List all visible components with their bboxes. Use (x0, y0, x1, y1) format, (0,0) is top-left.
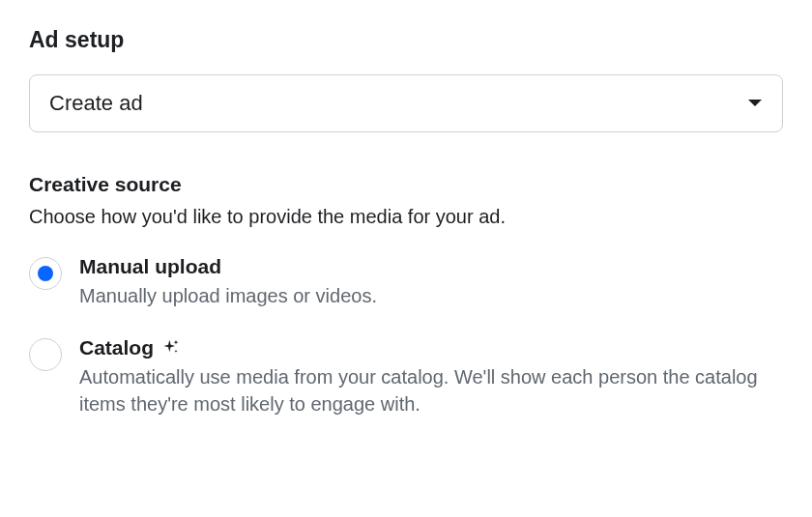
radio-content: Catalog Automatically use media from you… (79, 336, 783, 417)
radio-indicator (29, 257, 62, 290)
creative-source-description: Choose how you'd like to provide the med… (29, 206, 783, 228)
ad-setup-title: Ad setup (29, 27, 783, 53)
radio-option-catalog[interactable]: Catalog Automatically use media from you… (29, 336, 783, 417)
creative-source-section: Creative source Choose how you'd like to… (29, 173, 783, 417)
creative-source-title: Creative source (29, 173, 783, 196)
caret-down-icon (747, 99, 763, 108)
radio-description: Automatically use media from your catalo… (79, 363, 783, 417)
create-ad-dropdown[interactable]: Create ad (29, 74, 783, 132)
radio-option-manual-upload[interactable]: Manual upload Manually upload images or … (29, 255, 783, 309)
radio-indicator (29, 338, 62, 371)
sparkle-icon (161, 338, 181, 358)
radio-title: Manual upload (79, 255, 221, 278)
radio-title: Catalog (79, 336, 154, 359)
dropdown-label: Create ad (49, 91, 143, 116)
creative-source-radio-group: Manual upload Manually upload images or … (29, 255, 783, 417)
radio-description: Manually upload images or videos. (79, 282, 783, 309)
radio-content: Manual upload Manually upload images or … (79, 255, 783, 309)
